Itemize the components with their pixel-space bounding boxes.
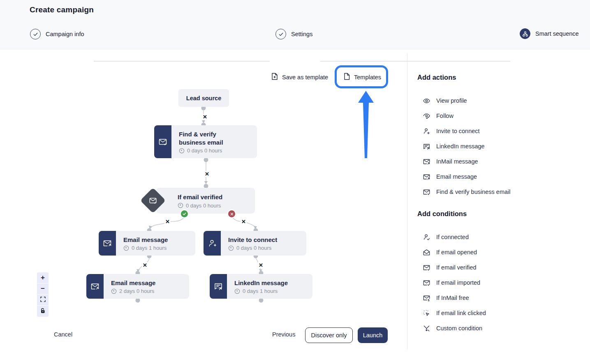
- delete-connector-icon[interactable]: ✕: [142, 262, 148, 268]
- page-title: Create campaign: [30, 5, 94, 14]
- action-label: LinkedIn message: [436, 143, 485, 150]
- node-lead-source[interactable]: Lead source: [178, 89, 229, 107]
- node-email-message-2[interactable]: Email message 2 days 0 hours: [86, 274, 189, 299]
- condition-label: If email link clicked: [436, 310, 486, 316]
- node-duration: 0 days 1 hours: [243, 288, 278, 294]
- envelope-check-icon: [423, 264, 430, 272]
- node-title: Email message: [111, 279, 155, 287]
- condition-label: If email imported: [436, 279, 480, 286]
- sidebar-divider: [407, 53, 407, 349]
- zoom-in-button[interactable]: +: [37, 272, 49, 283]
- node-duration: 0 days 0 hours: [186, 203, 221, 209]
- lock-button[interactable]: [37, 306, 49, 317]
- node-duration: 0 days 1 hours: [132, 245, 167, 251]
- condition-label: If email opened: [436, 249, 477, 256]
- condition-if-connected[interactable]: If connected: [423, 232, 469, 242]
- node-title: LinkedIn message: [234, 279, 288, 287]
- step-label: Smart sequence: [535, 30, 579, 37]
- action-invite-to-connect[interactable]: Invite to connect: [423, 126, 480, 136]
- action-find-verify-business-email[interactable]: Find & verify business email: [423, 187, 511, 197]
- flow-connectors: [0, 0, 590, 364]
- condition-custom-condition[interactable]: Custom condition: [423, 323, 482, 334]
- eye-icon: [423, 97, 430, 105]
- condition-if-email-imported[interactable]: If email imported: [423, 277, 480, 288]
- action-label: Invite to connect: [436, 128, 480, 134]
- add-actions-title: Add actions: [417, 74, 456, 81]
- action-follow[interactable]: Follow: [423, 111, 453, 121]
- node-if-email-verified[interactable]: If email verified 0 days 0 hours: [156, 188, 255, 214]
- clock-icon: [228, 245, 234, 251]
- condition-if-email-verified[interactable]: If email verified: [423, 262, 477, 273]
- person-check-icon: [423, 233, 430, 241]
- action-email-message[interactable]: Email message: [423, 171, 477, 182]
- delete-connector-icon[interactable]: ✕: [202, 114, 208, 120]
- condition-if-inmail-free[interactable]: $ If InMail free: [423, 293, 469, 303]
- person-plus-icon: [423, 127, 430, 135]
- action-label: InMail message: [436, 158, 478, 165]
- step-connector-line: [94, 61, 270, 62]
- fit-view-button[interactable]: [37, 295, 49, 306]
- delete-connector-icon[interactable]: ✕: [204, 171, 210, 177]
- envelope-arrow-icon: [423, 158, 430, 166]
- branch-yes-icon[interactable]: [180, 210, 189, 218]
- svg-text:$: $: [428, 299, 430, 302]
- plus-icon: +: [41, 274, 45, 282]
- templates-button[interactable]: Templates: [344, 73, 381, 81]
- node-linkedin-message[interactable]: LinkedIn message 0 days 1 hours: [210, 274, 312, 299]
- envelope-check-icon: [423, 279, 430, 287]
- envelope-dollar-icon: $: [423, 294, 430, 302]
- envelope-arrow-icon: [423, 173, 430, 181]
- check-circle-icon: [275, 29, 286, 39]
- node-find-verify-business-email[interactable]: Find & verify business email 0 days 0 ho…: [154, 125, 257, 158]
- action-linkedin-message[interactable]: LinkedIn message: [423, 141, 485, 152]
- envelope-arrow-icon: [86, 274, 104, 299]
- create-campaign-page: Create campaign Campaign info Settings: [0, 0, 590, 364]
- condition-label: If InMail free: [436, 295, 469, 301]
- node-title: Invite to connect: [228, 236, 277, 244]
- step-label: Settings: [291, 31, 312, 37]
- node-invite-to-connect[interactable]: Invite to connect 0 days 0 hours: [204, 231, 306, 256]
- node-duration: 2 days 0 hours: [119, 288, 154, 294]
- previous-button[interactable]: Previous: [272, 331, 295, 338]
- add-conditions-title: Add conditions: [417, 210, 467, 218]
- condition-label: Custom condition: [436, 325, 482, 332]
- branch-icon: [423, 325, 430, 332]
- node-duration: 0 days 0 hours: [187, 147, 222, 154]
- step-label: Campaign info: [46, 31, 84, 37]
- annotation-arrow: [0, 0, 590, 364]
- file-icon: [344, 73, 350, 81]
- step-campaign-info[interactable]: Campaign info: [30, 29, 84, 39]
- clock-icon: [179, 148, 185, 154]
- zoom-out-button[interactable]: −: [37, 283, 49, 295]
- envelope-check-icon: [154, 125, 171, 158]
- discover-only-button[interactable]: Discover only: [305, 327, 353, 343]
- envelope-check-icon: [423, 188, 430, 196]
- save-as-template-button[interactable]: Save as template: [271, 73, 328, 81]
- action-label: Follow: [436, 113, 453, 119]
- cancel-button[interactable]: Cancel: [54, 331, 72, 338]
- stepper: Campaign info Settings Smart sequence: [0, 27, 590, 41]
- delete-connector-icon[interactable]: ✕: [241, 219, 247, 225]
- action-label: Find & verify business email: [436, 189, 511, 195]
- chat-arrow-icon: [423, 143, 430, 150]
- step-smart-sequence[interactable]: Smart sequence: [520, 28, 579, 39]
- condition-if-email-opened[interactable]: If email opened: [423, 247, 477, 258]
- condition-if-email-link-clicked[interactable]: If email link clicked: [423, 308, 486, 318]
- node-email-message-1[interactable]: Email message 0 days 1 hours: [99, 231, 195, 256]
- chat-arrow-icon: [210, 274, 227, 299]
- cursor-click-icon: [423, 309, 430, 317]
- delete-connector-icon[interactable]: ✕: [164, 219, 171, 225]
- person-plus-icon: [204, 231, 221, 256]
- step-settings[interactable]: Settings: [275, 29, 312, 39]
- clock-icon: [111, 288, 117, 294]
- action-view-profile[interactable]: View profile: [423, 95, 467, 106]
- action-inmail-message[interactable]: InMail message: [423, 156, 478, 167]
- templates-label: Templates: [354, 74, 381, 81]
- sequence-icon: [520, 28, 530, 39]
- branch-no-icon[interactable]: [227, 210, 236, 218]
- clock-icon: [234, 288, 240, 294]
- launch-button[interactable]: Launch: [358, 327, 388, 343]
- delete-connector-icon[interactable]: ✕: [258, 262, 264, 268]
- condition-label: If connected: [436, 234, 469, 240]
- node-title: Email message: [123, 236, 168, 244]
